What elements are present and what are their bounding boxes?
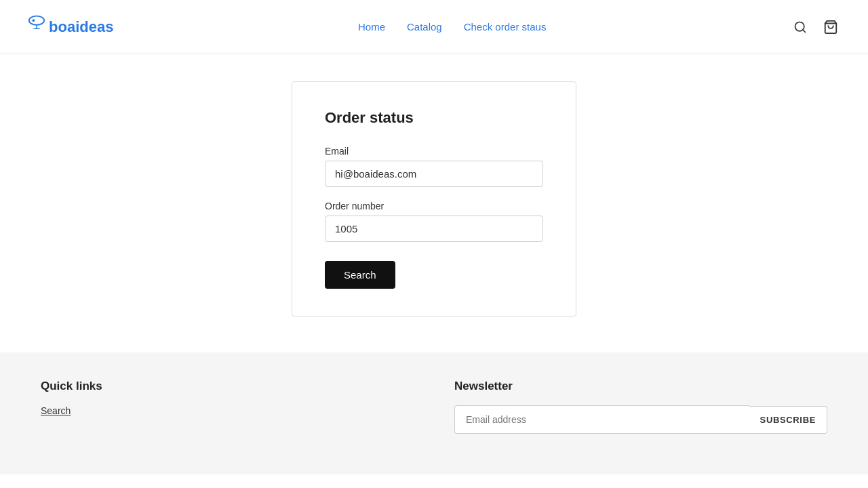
newsletter-heading: Newsletter [454, 380, 827, 393]
search-icon [793, 20, 807, 34]
order-status-card: Order status Email Order number Search [292, 81, 576, 317]
nav-catalog[interactable]: Catalog [407, 21, 442, 33]
email-label: Email [325, 146, 543, 157]
logo-icon [27, 15, 46, 30]
order-number-group: Order number [325, 201, 543, 242]
cart-button[interactable] [821, 17, 841, 37]
svg-line-5 [803, 29, 806, 32]
newsletter-section: Newsletter SUBSCRIBE [454, 380, 827, 447]
svg-point-0 [29, 16, 44, 24]
footer-search-link[interactable]: Search [41, 405, 414, 416]
search-button[interactable] [791, 18, 810, 37]
email-group: Email [325, 146, 543, 187]
logo-text: boaideas [49, 18, 113, 36]
svg-point-1 [32, 19, 35, 22]
email-input[interactable] [325, 161, 543, 187]
nav-home[interactable]: Home [358, 21, 385, 33]
main-content: Order status Email Order number Search [0, 54, 868, 352]
nav-check-order[interactable]: Check order staus [464, 21, 547, 33]
search-submit-button[interactable]: Search [325, 261, 395, 289]
order-number-label: Order number [325, 201, 543, 211]
site-footer: Quick links Search Newsletter SUBSCRIBE [0, 352, 868, 474]
newsletter-form: SUBSCRIBE [454, 405, 827, 434]
quick-links-heading: Quick links [41, 380, 414, 393]
logo-link[interactable]: boaideas [27, 15, 113, 39]
quick-links-section: Quick links Search [41, 380, 414, 447]
site-header: boaideas Home Catalog Check order staus [0, 0, 868, 54]
card-title: Order status [325, 109, 543, 127]
cart-icon [823, 20, 838, 35]
header-icons [791, 17, 841, 37]
order-number-input[interactable] [325, 216, 543, 242]
subscribe-button[interactable]: SUBSCRIBE [749, 406, 827, 434]
newsletter-email-input[interactable] [454, 405, 749, 434]
main-nav: Home Catalog Check order staus [358, 21, 546, 33]
